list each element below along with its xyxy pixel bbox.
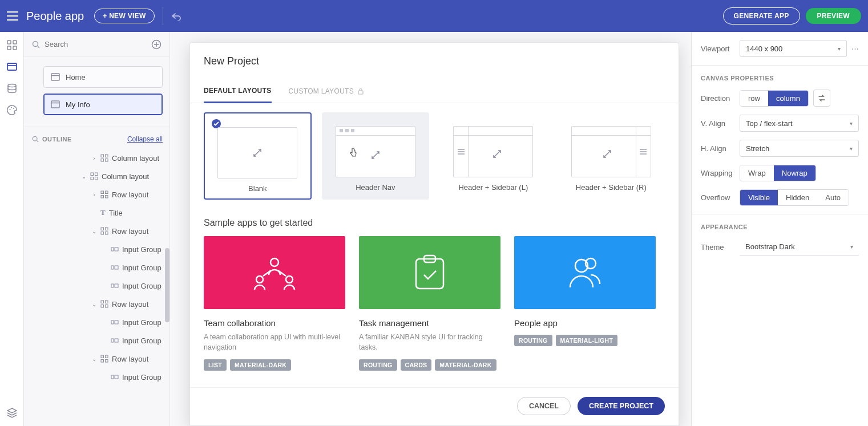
svg-rect-1 (7, 15, 18, 17)
tag: MATERIAL-DARK (230, 359, 291, 371)
new-view-button[interactable]: + NEW VIEW (94, 9, 154, 23)
app-title: People app (26, 10, 84, 23)
tag-row: LISTMATERIAL-DARK (204, 359, 345, 371)
sample-grid: Team collaborationA team collaboration a… (204, 236, 665, 371)
layout-card[interactable]: Header + Sidebar (R) (558, 112, 665, 200)
layout-card[interactable]: Blank (204, 112, 312, 200)
tag: ROUTING (359, 359, 397, 371)
svg-point-61 (271, 258, 278, 266)
pointer-icon (349, 147, 358, 157)
modal-backdrop: New Project DEFAULT LAYOUTSCUSTOM LAYOUT… (0, 32, 868, 426)
tag-row: ROUTINGMATERIAL-LIGHT (514, 335, 656, 346)
tag: CARDS (401, 359, 432, 371)
svg-point-63 (286, 276, 293, 283)
layout-card[interactable]: Header Nav (322, 112, 429, 200)
topbar: People app + NEW VIEW GENERATE APP PREVI… (0, 0, 868, 32)
cancel-button[interactable]: CANCEL (517, 397, 571, 415)
layout-card[interactable]: Header + Sidebar (L) (439, 112, 547, 200)
sample-card[interactable]: People appROUTINGMATERIAL-LIGHT (514, 236, 656, 371)
sample-desc: A team collaboration app UI with multi-l… (204, 332, 345, 352)
divider (163, 7, 163, 25)
layout-name: Header Nav (328, 183, 423, 192)
sample-desc: A familiar KANBAN style UI for tracking … (359, 332, 500, 352)
tag: ROUTING (514, 335, 552, 346)
sample-name: Task management (359, 318, 500, 328)
sample-name: Team collaboration (204, 318, 345, 328)
svg-rect-66 (416, 259, 443, 289)
svg-rect-2 (7, 19, 18, 21)
layout-name: Header + Sidebar (L) (445, 183, 541, 192)
sample-name: People app (514, 318, 656, 328)
modal-tab[interactable]: DEFAULT LAYOUTS (204, 81, 272, 103)
svg-rect-0 (7, 11, 18, 13)
layout-name: Header + Sidebar (R) (563, 183, 659, 192)
lock-icon (357, 88, 364, 95)
sample-card[interactable]: Task managementA familiar KANBAN style U… (359, 236, 500, 371)
tag: MATERIAL-DARK (435, 359, 496, 371)
tag: LIST (204, 359, 227, 371)
menu-icon[interactable] (7, 11, 18, 21)
generate-app-button[interactable]: GENERATE APP (723, 7, 800, 25)
new-project-modal: New Project DEFAULT LAYOUTSCUSTOM LAYOUT… (189, 42, 679, 426)
svg-point-62 (256, 276, 263, 283)
preview-button[interactable]: PREVIEW (806, 8, 861, 24)
modal-tab[interactable]: CUSTOM LAYOUTS (289, 81, 364, 103)
modal-tabs: DEFAULT LAYOUTSCUSTOM LAYOUTS (190, 81, 679, 103)
tag-row: ROUTINGCARDSMATERIAL-DARK (359, 359, 500, 371)
sample-hero (204, 236, 345, 309)
sample-hero (514, 236, 656, 309)
layout-name: Blank (211, 184, 305, 193)
undo-icon[interactable] (171, 11, 181, 21)
svg-rect-60 (358, 91, 363, 94)
sample-apps-title: Sample apps to get started (204, 218, 665, 228)
create-project-button[interactable]: CREATE PROJECT (578, 397, 665, 415)
tag: MATERIAL-LIGHT (556, 335, 618, 346)
modal-footer: CANCEL CREATE PROJECT (190, 387, 679, 425)
sample-hero (359, 236, 500, 309)
layout-grid: BlankHeader NavHeader + Sidebar (L)Heade… (204, 103, 665, 213)
sample-card[interactable]: Team collaborationA team collaboration a… (204, 236, 345, 371)
modal-title: New Project (204, 55, 665, 67)
